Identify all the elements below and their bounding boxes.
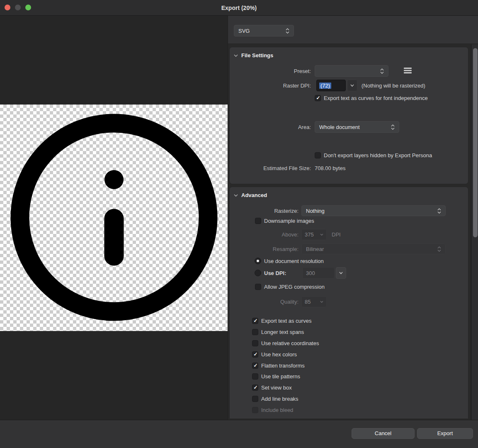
preset-menu-icon[interactable] (404, 67, 412, 74)
svg-option-label: Export text as curves (261, 318, 311, 324)
use-dpi-label: Use DPI: (264, 270, 286, 276)
export-format-value: SVG (238, 28, 282, 34)
resample-select: Bilinear (301, 243, 446, 254)
dont-export-hidden-label: Don't export layers hidden by Export Per… (324, 152, 432, 158)
transparency-checkerboard (0, 105, 228, 331)
svg-option-checkbox (252, 407, 258, 413)
export-settings-panel: SVG File Settings Preset: (228, 16, 478, 420)
svg-option-label: Use hex colors (261, 351, 297, 358)
format-strip: SVG (228, 16, 478, 44)
advanced-section: Advanced Rasterize: Nothing Downsample i… (229, 187, 468, 419)
svg-option-label: Use relative coordinates (261, 340, 319, 346)
area-row: Area: Whole document (230, 121, 468, 133)
disclosure-chevron-icon (234, 54, 238, 57)
rasterize-label: Rasterize: (230, 208, 298, 214)
export-dialog: Export (20%) SVG File Settings (0, 0, 478, 448)
svg-option-checkbox[interactable] (252, 396, 258, 402)
allow-jpeg-label: Allow JPEG compression (264, 284, 325, 290)
resample-label: Resample: (230, 246, 298, 252)
svg-option-row: Export text as curves (252, 318, 319, 324)
above-dpi-combo: 375 (301, 229, 327, 240)
estimated-size-label: Estimated File Size: (230, 165, 311, 171)
titlebar: Export (20%) (0, 0, 478, 16)
rasterize-row: Rasterize: Nothing (230, 205, 468, 216)
above-row: Above: 375 DPI (230, 229, 468, 240)
estimated-size-row: Estimated File Size: 708.00 bytes (230, 163, 468, 173)
scrollbar-thumb[interactable] (473, 48, 478, 237)
svg-option-row: Flatten transforms (252, 363, 319, 369)
quality-value: 85 (305, 299, 318, 305)
file-settings-header[interactable]: File Settings (234, 51, 273, 59)
chevron-down-icon (350, 84, 354, 87)
svg-option-checkbox[interactable] (252, 318, 258, 324)
raster-dpi-row: Raster DPI: (72) (Nothing will be raster… (230, 80, 468, 91)
chevron-down-icon (320, 301, 323, 303)
raster-dpi-note: (Nothing will be rasterized) (362, 83, 425, 89)
above-dpi-value: 375 (305, 231, 318, 238)
advanced-title: Advanced (241, 192, 267, 198)
area-value: Whole document (319, 124, 388, 130)
raster-dpi-dropdown-button[interactable] (347, 80, 357, 91)
export-format-select[interactable]: SVG (234, 25, 294, 37)
estimated-size-value: 708.00 bytes (315, 165, 345, 171)
use-document-resolution-row: Use document resolution (230, 256, 468, 266)
svg-option-row: Include bleed (252, 407, 319, 413)
updown-chevron-icon (437, 246, 441, 252)
raster-dpi-label: Raster DPI: (230, 83, 311, 89)
export-text-curves-row: Export text as curves for font independe… (230, 93, 468, 103)
updown-chevron-icon (380, 68, 384, 74)
svg-option-row: Use tile patterns (252, 373, 319, 380)
svg-option-checkbox[interactable] (252, 340, 258, 346)
use-document-resolution-radio[interactable] (255, 258, 261, 264)
use-dpi-combo: 300 (302, 267, 346, 279)
rasterize-value: Nothing (306, 208, 434, 214)
cancel-button[interactable]: Cancel (352, 428, 415, 439)
updown-chevron-icon (391, 124, 395, 130)
svg-option-row: Add line breaks (252, 396, 319, 402)
area-label: Area: (230, 124, 311, 130)
preset-select[interactable] (315, 65, 388, 77)
downsample-checkbox[interactable] (255, 218, 261, 224)
window-title: Export (20%) (0, 0, 478, 16)
svg-option-checkbox[interactable] (252, 351, 258, 358)
advanced-header[interactable]: Advanced (234, 191, 267, 199)
above-dpi-unit: DPI (332, 231, 341, 238)
use-dpi-radio[interactable] (255, 270, 261, 276)
disclosure-chevron-icon (234, 194, 238, 197)
file-settings-title: File Settings (241, 52, 273, 58)
svg-option-checkbox[interactable] (252, 373, 258, 380)
export-text-curves-checkbox[interactable] (315, 95, 321, 101)
preset-row: Preset: (230, 65, 468, 77)
use-document-resolution-label: Use document resolution (264, 258, 324, 264)
preset-label: Preset: (230, 68, 311, 74)
quality-label: Quality: (230, 299, 298, 305)
svg-option-checkbox[interactable] (252, 363, 258, 369)
settings-scroll-area: File Settings Preset: Raster DPI: (72) (228, 44, 478, 420)
dialog-footer: Cancel Export (0, 420, 478, 448)
scrollbar-track[interactable] (471, 44, 478, 420)
use-dpi-value-box: 300 (302, 267, 335, 279)
allow-jpeg-checkbox[interactable] (255, 284, 261, 290)
chevron-down-icon (320, 234, 323, 236)
dont-export-hidden-checkbox[interactable] (315, 152, 321, 158)
export-button[interactable]: Export (417, 428, 473, 439)
resample-value: Bilinear (306, 246, 434, 252)
export-text-curves-label: Export text as curves for font independe… (324, 95, 428, 101)
area-select[interactable]: Whole document (315, 121, 399, 133)
updown-chevron-icon (437, 208, 441, 214)
svg-option-checkbox[interactable] (252, 385, 258, 391)
rasterize-select[interactable]: Nothing (301, 205, 446, 216)
svg-option-label: Use tile patterns (261, 373, 300, 380)
dont-export-hidden-row: Don't export layers hidden by Export Per… (230, 150, 468, 161)
raster-dpi-input[interactable]: (72) (316, 80, 346, 91)
svg-option-label: Set view box (261, 385, 292, 391)
resample-row: Resample: Bilinear (230, 243, 468, 254)
svg-option-checkbox[interactable] (252, 329, 258, 335)
svg-option-row: Set view box (252, 385, 319, 391)
svg-option-row: Use hex colors (252, 351, 319, 358)
quality-row: Quality: 85 (230, 296, 468, 307)
svg-option-row: Use relative coordinates (252, 340, 319, 346)
allow-jpeg-row: Allow JPEG compression (230, 281, 468, 292)
updown-chevron-icon (286, 28, 289, 34)
chevron-down-icon (339, 272, 343, 274)
